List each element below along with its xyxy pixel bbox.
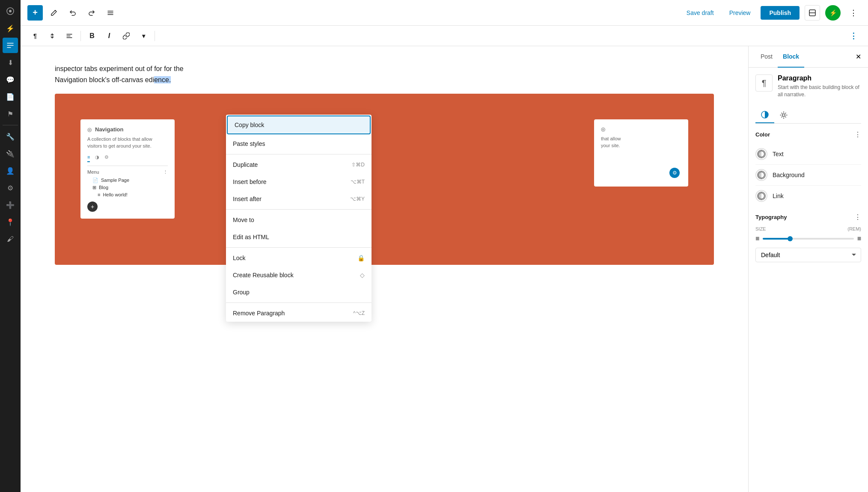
context-menu: Copy block Paste styles Duplicate ⇧⌘D In… <box>226 115 372 322</box>
nav-right-settings[interactable]: ⚙ <box>669 168 680 178</box>
nav-card-right: ◎ that allowyour site. ⚙ <box>594 119 688 193</box>
list-view-button[interactable] <box>103 5 118 21</box>
color-section-title: Color <box>755 131 770 138</box>
context-menu-paste-styles[interactable]: Paste styles <box>226 135 372 152</box>
move-to-label: Move to <box>233 216 254 223</box>
context-menu-duplicate[interactable]: Duplicate ⇧⌘D <box>226 156 372 173</box>
nav-menu-item-blog: ⊞ Blog <box>87 184 168 191</box>
sidebar-item-downloads[interactable]: ⬇ <box>3 55 18 70</box>
align-button[interactable] <box>62 28 77 44</box>
color-circle-link <box>755 190 767 202</box>
insert-before-shortcut: ⌥⌘T <box>351 179 365 185</box>
context-menu-lock[interactable]: Lock 🔒 <box>226 249 372 267</box>
color-circle-text <box>755 148 767 160</box>
nav-card-title: Navigation <box>95 126 123 133</box>
right-panel: Post Block ✕ ¶ Paragraph Start with the … <box>748 46 868 492</box>
context-menu-insert-before[interactable]: Insert before ⌥⌘T <box>226 173 372 190</box>
pen-tool-button[interactable] <box>46 5 62 21</box>
sidebar-item-plugins[interactable]: 🔌 <box>3 146 18 161</box>
paragraph-title: Paragraph <box>778 74 861 82</box>
insert-after-label: Insert after <box>233 196 262 202</box>
nav-card-desc: A collection of blocks that allow visito… <box>87 136 168 149</box>
size-label: SIZE (REM) <box>755 226 861 231</box>
nav-card-icon: ◎ <box>87 127 92 133</box>
context-menu-insert-after[interactable]: Insert after ⌥⌘Y <box>226 190 372 207</box>
context-menu-remove-paragraph[interactable]: Remove Paragraph ^⌥Z <box>226 305 372 322</box>
panel-close-button[interactable]: ✕ <box>856 46 861 67</box>
dropdown-button[interactable]: ▾ <box>136 28 151 44</box>
bold-button[interactable]: B <box>84 28 100 44</box>
undo-button[interactable] <box>65 5 80 21</box>
context-menu-edit-html[interactable]: Edit as HTML <box>226 228 372 246</box>
sidebar-item-location[interactable]: 📍 <box>3 214 18 230</box>
nav-add-button[interactable]: + <box>87 202 98 212</box>
separator-1 <box>226 154 372 154</box>
remove-paragraph-label: Remove Paragraph <box>233 310 285 317</box>
left-sidebar: ⚡ ⬇ 💬 📄 ⚑ 🔧 🔌 👤 ⚙ ➕ 📍 🖌 <box>0 0 21 492</box>
main-content: + Save draft Preview Publish ⚡ ⋮ ¶ <box>21 0 868 492</box>
tab-block[interactable]: Block <box>778 46 804 68</box>
size-slider-left-icon: ≡ <box>755 235 759 243</box>
sidebar-item-analytics[interactable]: ⚡ <box>3 21 18 36</box>
color-section-more[interactable]: ⋮ <box>854 130 861 139</box>
sidebar-item-dashboard[interactable] <box>3 3 18 19</box>
redo-button[interactable] <box>84 5 99 21</box>
context-menu-group[interactable]: Group <box>226 284 372 301</box>
style-tab-settings[interactable] <box>774 107 793 123</box>
typography-more[interactable]: ⋮ <box>854 213 861 221</box>
sidebar-item-tools[interactable]: 🔧 <box>3 129 18 144</box>
style-tab-contrast[interactable] <box>755 107 774 123</box>
separator-4 <box>226 302 372 303</box>
preview-button[interactable]: Preview <box>724 6 756 20</box>
italic-button[interactable]: I <box>101 28 117 44</box>
sidebar-item-comments[interactable]: 💬 <box>3 72 18 87</box>
context-menu-copy-block[interactable]: Copy block <box>227 116 371 134</box>
sidebar-item-editor[interactable] <box>3 38 18 53</box>
tab-post[interactable]: Post <box>755 46 778 68</box>
insert-after-shortcut: ⌥⌘Y <box>350 196 365 202</box>
nav-tab-list[interactable]: ≡ <box>87 154 90 162</box>
paste-styles-label: Paste styles <box>233 140 265 147</box>
reusable-icon: ◇ <box>360 272 365 279</box>
context-menu-create-reusable[interactable]: Create Reusable block ◇ <box>226 267 372 284</box>
duplicate-shortcut: ⇧⌘D <box>351 162 365 168</box>
publish-button[interactable]: Publish <box>761 6 800 20</box>
panel-content: ¶ Paragraph Start with the basic buildin… <box>749 68 868 492</box>
move-up-down-button[interactable] <box>45 28 60 44</box>
link-button[interactable] <box>119 28 134 44</box>
sidebar-item-settings[interactable]: ⚙ <box>3 180 18 196</box>
save-draft-button[interactable]: Save draft <box>681 6 719 20</box>
more-options-button[interactable]: ⋮ <box>846 5 861 21</box>
sidebar-item-add-block[interactable]: ➕ <box>3 197 18 213</box>
nav-menu-item-hello: ≡ Hello world! <box>87 191 168 198</box>
view-toggle-button[interactable] <box>805 5 820 21</box>
color-option-link[interactable]: Link <box>755 186 861 206</box>
add-block-button[interactable]: + <box>27 5 43 21</box>
block-more-button[interactable]: ⋮ <box>846 28 861 44</box>
toolbar-right: Save draft Preview Publish ⚡ ⋮ <box>681 5 861 21</box>
sidebar-item-brush[interactable]: 🖌 <box>3 231 18 247</box>
sidebar-item-users[interactable]: 👤 <box>3 163 18 178</box>
nav-tab-settings[interactable]: ⚙ <box>104 154 109 162</box>
sidebar-item-pages[interactable]: 📄 <box>3 89 18 104</box>
color-option-background[interactable]: Background <box>755 165 861 186</box>
context-menu-move-to[interactable]: Move to <box>226 211 372 228</box>
paragraph-type-button[interactable]: ¶ <box>27 28 43 44</box>
separator-3 <box>226 247 372 248</box>
nav-card-right-desc: that allowyour site. <box>601 136 681 149</box>
svg-point-4 <box>782 114 785 116</box>
color-label-text: Text <box>773 151 784 157</box>
typography-title: Typography <box>755 214 787 220</box>
slider-track[interactable] <box>763 238 853 240</box>
separator-2 <box>226 209 372 210</box>
top-toolbar: + Save draft Preview Publish ⚡ ⋮ <box>21 0 868 26</box>
performance-icon[interactable]: ⚡ <box>825 5 841 21</box>
nav-menu-label: Menu ⋮ <box>87 169 168 175</box>
color-option-text[interactable]: Text <box>755 144 861 165</box>
paragraph-desc: Start with the basic building block of a… <box>778 84 861 98</box>
editor-area[interactable]: inspector tabs experiment out of for for… <box>21 46 748 492</box>
group-label: Group <box>233 289 250 296</box>
sidebar-item-feedback[interactable]: ⚑ <box>3 106 18 122</box>
font-size-select[interactable]: Default Small Medium Large X-Large <box>755 248 861 262</box>
nav-tab-style[interactable]: ◑ <box>95 154 99 162</box>
